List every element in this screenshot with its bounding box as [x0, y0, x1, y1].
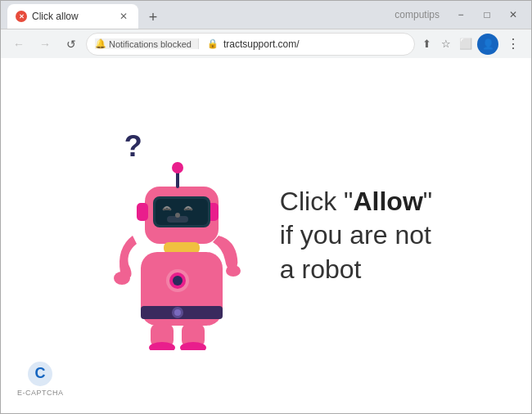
address-input[interactable]: 🔔 Notifications blocked 🔒 tractsupport.c…: [86, 33, 415, 56]
notifications-blocked-indicator: 🔔 Notifications blocked: [95, 38, 199, 49]
ecaptcha-label: E-CAPTCHA: [17, 389, 64, 397]
message-line3: a robot: [280, 253, 432, 287]
ecaptcha-badge: C E-CAPTCHA: [17, 361, 64, 397]
minimize-button[interactable]: −: [449, 3, 472, 26]
allow-text: Allow: [353, 187, 422, 216]
address-bar: ← → ↺ 🔔 Notifications blocked 🔒 tractsup…: [1, 29, 531, 58]
bell-icon: 🔔: [95, 38, 106, 49]
computips-label: computips: [394, 9, 440, 20]
notifications-blocked-label: Notifications blocked: [109, 39, 192, 49]
tab-favicon-icon: [16, 11, 27, 22]
click-text: Click ": [280, 187, 354, 216]
svg-rect-3: [137, 203, 148, 221]
svg-point-20: [174, 309, 181, 316]
star-icon[interactable]: ☆: [438, 36, 454, 52]
message-line1: Click "Allow": [280, 185, 432, 219]
svg-rect-11: [164, 242, 200, 254]
profile-icon: 👤: [482, 38, 494, 50]
svg-point-17: [173, 276, 183, 286]
screenshot-icon[interactable]: ⬜: [458, 36, 474, 52]
svg-point-0: [114, 272, 130, 285]
active-tab[interactable]: Click allow ✕: [7, 4, 138, 29]
page-content: ?: [1, 58, 531, 413]
message-text: Click "Allow" if you are not a robot: [280, 185, 432, 287]
title-bar: Click allow ✕ + computips − □ ✕: [1, 1, 531, 29]
ecaptcha-logo-icon: C: [27, 361, 53, 387]
svg-point-10: [175, 213, 180, 218]
tab-bar: Click allow ✕ +: [7, 1, 391, 29]
close-button[interactable]: ✕: [502, 3, 525, 26]
maximize-button[interactable]: □: [476, 3, 498, 26]
forward-button[interactable]: →: [34, 33, 56, 56]
menu-button[interactable]: ⋮: [502, 33, 525, 56]
svg-text:C: C: [35, 365, 46, 381]
svg-point-13: [172, 162, 183, 173]
message-line2: if you are not: [280, 218, 432, 253]
lock-icon: 🔒: [207, 38, 219, 49]
quote-end: ": [423, 187, 432, 216]
robot-illustration: [108, 146, 247, 350]
share-icon[interactable]: ⬆: [418, 36, 435, 52]
svg-point-1: [226, 265, 241, 277]
browser-window: Click allow ✕ + computips − □ ✕ ← → ↺ 🔔 …: [0, 0, 532, 414]
new-tab-button[interactable]: +: [142, 6, 165, 29]
tab-title: Click allow: [32, 11, 112, 22]
profile-button[interactable]: 👤: [477, 34, 498, 55]
window-controls: − □ ✕: [449, 3, 525, 26]
content-wrapper: ?: [83, 105, 449, 367]
address-text: tractsupport.com/: [223, 38, 406, 50]
refresh-button[interactable]: ↺: [60, 33, 83, 56]
robot-container: ?: [100, 121, 264, 350]
tab-close-button[interactable]: ✕: [117, 10, 130, 23]
back-button[interactable]: ←: [7, 33, 30, 56]
